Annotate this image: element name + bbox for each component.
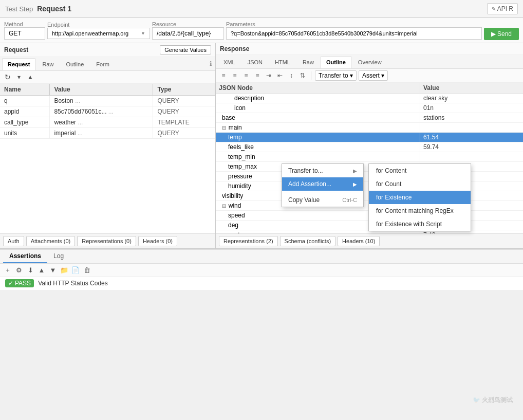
tree-val: [420, 156, 523, 158]
btab-headers-resp[interactable]: Headers (10): [338, 236, 380, 246]
refresh-icon[interactable]: ↻: [3, 72, 12, 82]
align-right-icon[interactable]: ≡: [241, 71, 251, 80]
download-icon[interactable]: ⬇: [26, 265, 35, 275]
btab-auth[interactable]: Auth: [3, 236, 24, 246]
btab-schema[interactable]: Schema (conflicts): [280, 236, 335, 246]
down-icon[interactable]: ▾: [14, 72, 24, 82]
tree-row[interactable]: base stations: [216, 113, 523, 123]
api-button[interactable]: ✎ API R: [487, 3, 518, 14]
sort-icon[interactable]: ↕: [287, 71, 296, 80]
btab-representations-req[interactable]: Representations (0): [77, 236, 136, 246]
tree-row[interactable]: temp 61.54: [216, 133, 523, 142]
generate-values-button[interactable]: Generate Values: [160, 45, 211, 54]
tree-node-label: deg: [228, 222, 238, 229]
params-value: ?q=Boston&appid=85c705dd76051cb3d8e5540b…: [231, 30, 418, 36]
tree-row[interactable]: description clear sky: [216, 94, 523, 103]
ctx-add-assertion-arrow: ▶: [353, 181, 357, 187]
align-center-icon[interactable]: ≡: [230, 71, 239, 80]
sub-for-existence-script[interactable]: for Existence with Script: [369, 217, 471, 231]
tree-row[interactable]: feels_like 59.74: [216, 142, 523, 152]
sub-menu: for Content for Count for Existence for …: [368, 163, 471, 231]
tree-node: feels_like: [216, 142, 420, 152]
sub-for-content-regex[interactable]: for Content matching RegEx: [369, 204, 471, 217]
tab-outline-resp[interactable]: Outline: [321, 56, 351, 68]
file-icon[interactable]: 📄: [71, 265, 80, 275]
btab-headers-req[interactable]: Headers (0): [138, 236, 177, 246]
add-assertion-icon[interactable]: +: [3, 265, 12, 275]
param-name: call_type: [0, 117, 50, 128]
outdent-icon[interactable]: ⇤: [275, 71, 285, 80]
settings-icon[interactable]: ⚙: [14, 265, 24, 275]
up-icon[interactable]: ▲: [26, 72, 35, 82]
tab-overview[interactable]: Overview: [352, 56, 387, 68]
response-title: Response: [220, 45, 249, 52]
collapse-icon[interactable]: ⊟: [222, 125, 228, 131]
tab-raw[interactable]: Raw: [36, 58, 59, 70]
request-panel-header: Request Generate Values: [0, 43, 215, 57]
assertions-panel: Assertions Log + ⚙ ⬇ ▲ ▼ 📁 📄 🗑 ✓ PASS Va…: [0, 249, 523, 290]
endpoint-row: Method GET Endpoint http://api.openweath…: [0, 18, 523, 43]
sub-for-content[interactable]: for Content: [369, 164, 471, 177]
endpoint-box[interactable]: http://api.openweathermap.org ▼: [47, 28, 150, 39]
atab-log[interactable]: Log: [47, 250, 70, 263]
tree-node: temp_min: [216, 152, 420, 161]
btab-representations-resp[interactable]: Representations (2): [219, 236, 278, 246]
pass-badge: ✓ PASS: [5, 279, 34, 287]
folder-icon[interactable]: 📁: [60, 265, 69, 275]
arrow-down-icon[interactable]: ▼: [48, 265, 58, 275]
sub-for-count[interactable]: for Count: [369, 177, 471, 191]
assertion-row: ✓ PASS Valid HTTP Status Codes: [0, 277, 523, 290]
tab-outline[interactable]: Outline: [60, 58, 89, 70]
sort2-icon[interactable]: ⇅: [298, 71, 307, 80]
collapse-icon[interactable]: ⊟: [222, 203, 228, 209]
atab-assertions[interactable]: Assertions: [3, 250, 47, 263]
response-bottom-tabs: Representations (2) Schema (conflicts) H…: [216, 233, 523, 248]
tree-node: base: [216, 113, 420, 122]
ctx-copy-value[interactable]: Copy Value Ctrl-C: [282, 193, 363, 207]
tree-node-label: main: [229, 124, 242, 131]
tab-raw-resp[interactable]: Raw: [297, 56, 320, 68]
delete-icon[interactable]: 🗑: [82, 265, 91, 275]
tree-row[interactable]: icon 01n: [216, 103, 523, 113]
tab-form[interactable]: Form: [90, 58, 115, 70]
param-type: QUERY: [153, 96, 215, 106]
params-table: Name Value Type q Boston ... QUERY appid…: [0, 84, 215, 139]
table-row[interactable]: units imperial ... QUERY: [0, 128, 215, 139]
method-label: Method: [4, 21, 45, 27]
ctx-add-assertion[interactable]: Add Assertion... ▶: [282, 177, 363, 191]
tree-header: JSON Node Value: [216, 83, 523, 94]
tree-val: 59.74: [420, 142, 523, 152]
tab-request[interactable]: Request: [2, 58, 35, 70]
table-row[interactable]: q Boston ... QUERY: [0, 96, 215, 106]
assert-button[interactable]: Assert ▾: [359, 70, 388, 81]
tree-row[interactable]: temp_min: [216, 152, 523, 162]
tree-node-label: temp_min: [228, 153, 255, 160]
assertions-toolbar: + ⚙ ⬇ ▲ ▼ 📁 📄 🗑: [0, 264, 523, 277]
info-icon[interactable]: ℹ: [209, 59, 213, 68]
ctx-transfer-label: Transfer to...: [288, 167, 323, 174]
check-icon: ✓: [8, 280, 13, 287]
tab-xml[interactable]: XML: [218, 56, 241, 68]
request-title: Request: [4, 46, 28, 53]
arrow-up-icon[interactable]: ▲: [37, 265, 46, 275]
table-row[interactable]: appid 85c705dd76051c... ... QUERY: [0, 106, 215, 117]
top-bar: Test Step Request 1 ✎ API R: [0, 0, 523, 18]
btab-attachments[interactable]: Attachments (0): [26, 236, 76, 246]
tab-json[interactable]: JSON: [242, 56, 268, 68]
tree-row[interactable]: ⊟ main: [216, 123, 523, 133]
ctx-transfer[interactable]: Transfer to... ▶: [282, 164, 363, 177]
send-button[interactable]: ▶ Send: [484, 28, 519, 40]
indent-icon[interactable]: ⇥: [264, 71, 273, 80]
table-row[interactable]: call_type weather ... TEMPLATE: [0, 117, 215, 128]
transfer-button[interactable]: Transfer to ▾: [315, 70, 357, 81]
tree-node: temp: [216, 133, 420, 142]
sub-for-existence[interactable]: for Existence: [369, 191, 471, 204]
align-justify-icon[interactable]: ≡: [253, 71, 262, 80]
tab-html[interactable]: HTML: [269, 56, 296, 68]
tree-node-label: pressure: [228, 173, 252, 180]
param-value: 85c705dd76051c... ...: [50, 106, 153, 117]
ctx-transfer-arrow: ▶: [353, 168, 357, 174]
param-type: TEMPLATE: [153, 117, 215, 128]
watermark: 🐦 火烈鸟测试: [473, 396, 513, 405]
align-left-icon[interactable]: ≡: [219, 71, 228, 80]
